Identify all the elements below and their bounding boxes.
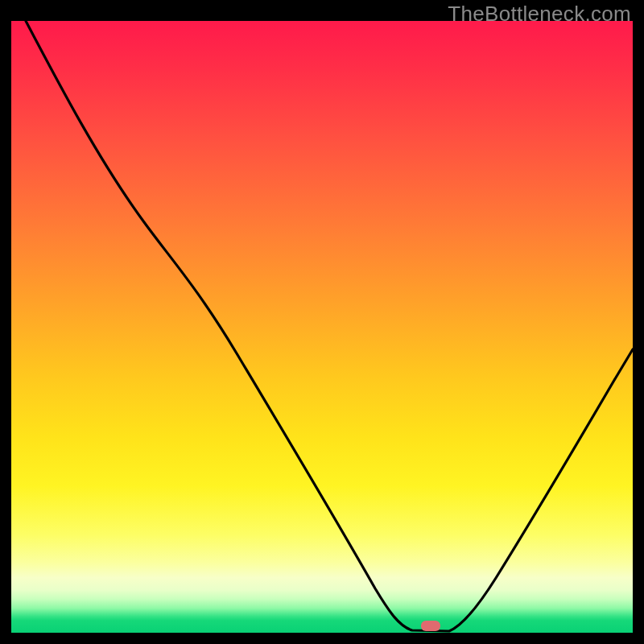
curve-path [26,21,633,631]
optimal-point-marker [421,621,440,631]
chart-container: TheBottleneck.com [0,0,644,644]
plot-area [11,21,633,633]
bottleneck-curve [11,21,633,633]
